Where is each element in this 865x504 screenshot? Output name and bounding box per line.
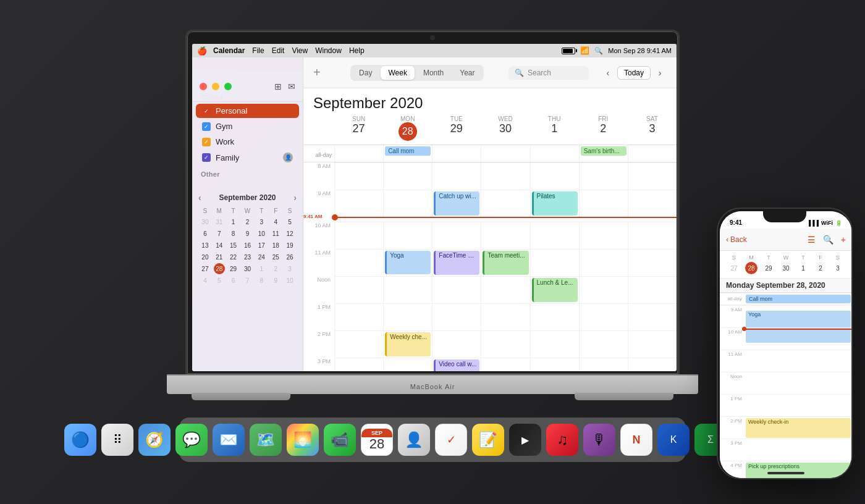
cell-sun-10[interactable]: [334, 222, 383, 249]
cell-tue-3[interactable]: Video call w...: [432, 358, 481, 371]
cell-thu-10[interactable]: [530, 222, 579, 249]
prev-week-button[interactable]: ‹: [601, 66, 615, 80]
dock-keynote[interactable]: K: [657, 424, 690, 456]
iphone-event-weeklycheckin[interactable]: Weekly check-in: [746, 418, 851, 438]
iphone-allday-event[interactable]: Call mom: [746, 295, 851, 303]
mini-cal-day[interactable]: 23: [242, 251, 253, 262]
mini-cal-day[interactable]: 31: [214, 216, 225, 227]
cell-tue-1[interactable]: [432, 303, 481, 330]
mini-cal-next[interactable]: ›: [293, 193, 297, 203]
mini-cal-day[interactable]: 12: [284, 228, 295, 239]
allday-event-sambday[interactable]: Sam's birth...: [581, 146, 627, 156]
mini-cal-day[interactable]: 5: [284, 216, 295, 227]
cell-tue-8[interactable]: [432, 162, 481, 190]
dock-facetime[interactable]: 📹: [324, 424, 356, 456]
dock-contacts[interactable]: 👤: [398, 424, 430, 456]
mini-cal-day[interactable]: 22: [228, 251, 239, 262]
mini-cal-day[interactable]: 8: [256, 275, 267, 286]
mini-cal-prev[interactable]: ‹: [198, 193, 201, 203]
dock-photos[interactable]: 🌅: [287, 424, 319, 456]
cell-fri-2[interactable]: [579, 330, 628, 358]
mini-cal-day[interactable]: 14: [214, 240, 225, 251]
mini-cal-day[interactable]: 30: [200, 216, 211, 227]
mini-cal-day[interactable]: 27: [200, 263, 211, 274]
cell-sun-11[interactable]: [334, 249, 383, 276]
mini-cal-day[interactable]: 10: [256, 228, 267, 239]
cell-mon-8[interactable]: [383, 162, 432, 190]
iphone-add-icon[interactable]: +: [841, 235, 846, 245]
event-yoga[interactable]: Yoga: [385, 251, 431, 274]
mini-cal-day[interactable]: 21: [214, 251, 225, 262]
view-day[interactable]: Day: [352, 66, 379, 80]
cell-tue-11[interactable]: FaceTime w...: [432, 249, 481, 276]
cell-sun-9[interactable]: [334, 190, 383, 217]
iphone-mini-day-3[interactable]: 3: [832, 262, 844, 274]
event-facetime[interactable]: FaceTime w...: [434, 251, 479, 275]
mini-cal-day[interactable]: 9: [242, 228, 253, 239]
calendar-work[interactable]: ✓ Work: [196, 135, 299, 149]
mini-cal-day[interactable]: 17: [256, 240, 267, 251]
calendar-gym[interactable]: ✓ Gym: [196, 119, 299, 133]
cell-tue-10[interactable]: [432, 222, 481, 249]
cell-fri-10[interactable]: [579, 222, 628, 249]
mini-cal-day[interactable]: 5: [214, 275, 225, 286]
day-header-thu[interactable]: Thu 1: [530, 114, 579, 142]
cell-thu-1[interactable]: [530, 303, 579, 330]
iphone-list-icon[interactable]: ☰: [808, 235, 816, 245]
view-week[interactable]: Week: [381, 66, 414, 80]
cell-sat-noon[interactable]: [628, 276, 677, 303]
iphone-time-grid[interactable]: 9 AM Yoga 10 AM 11 AM Noon: [720, 305, 852, 478]
mini-cal-day[interactable]: 9: [270, 275, 281, 286]
allday-event-callmom[interactable]: Call mom: [385, 146, 431, 156]
time-grid[interactable]: 8 AM 9 AM: [303, 162, 677, 371]
day-header-sat[interactable]: Sat 3: [628, 114, 677, 142]
menubar-view[interactable]: View: [292, 46, 308, 55]
mini-cal-day[interactable]: 13: [200, 240, 211, 251]
cell-sat-1[interactable]: [628, 303, 677, 330]
today-button[interactable]: Today: [617, 66, 651, 80]
menubar-app-name[interactable]: Calendar: [213, 46, 245, 55]
cell-tue-2[interactable]: [432, 330, 481, 358]
mini-cal-day[interactable]: 29: [228, 263, 239, 274]
mini-cal-day[interactable]: 1: [228, 216, 239, 227]
mini-cal-day[interactable]: 2: [270, 263, 281, 274]
cell-fri-11[interactable]: [579, 249, 628, 276]
cell-thu-2[interactable]: [530, 330, 579, 358]
dock-mail[interactable]: ✉️: [213, 424, 245, 456]
mini-cal-day[interactable]: 30: [242, 263, 253, 274]
day-header-tue[interactable]: Tue 29: [432, 114, 481, 142]
cell-mon-9[interactable]: [383, 190, 432, 217]
cell-mon-noon[interactable]: [383, 276, 432, 303]
cell-sat-10[interactable]: [628, 222, 677, 249]
iphone-mini-day-29[interactable]: 29: [762, 262, 775, 274]
cell-sun-1[interactable]: [334, 303, 383, 330]
iphone-search-icon[interactable]: 🔍: [823, 235, 833, 245]
mini-cal-day[interactable]: 10: [284, 275, 295, 286]
dock-appletv[interactable]: ▶: [509, 424, 541, 456]
view-month[interactable]: Month: [416, 66, 451, 80]
sidebar-panel-icon[interactable]: ⊞: [274, 82, 282, 91]
cell-sat-9[interactable]: [628, 190, 677, 217]
event-videocall[interactable]: Video call w...: [434, 359, 479, 371]
allday-fri[interactable]: Sam's birth...: [579, 145, 628, 162]
dock-finder[interactable]: 🔵: [64, 424, 96, 456]
calendar-personal[interactable]: ✓ Personal: [196, 104, 299, 118]
cell-sat-8[interactable]: [628, 162, 677, 190]
cell-sun-8[interactable]: [334, 162, 383, 190]
iphone-mini-day-2[interactable]: 2: [814, 262, 827, 274]
cell-wed-8[interactable]: [481, 162, 530, 190]
calendar-family[interactable]: ✓ Family 👤: [196, 150, 299, 165]
cell-fri-1[interactable]: [579, 303, 628, 330]
cell-wed-9[interactable]: [481, 190, 530, 217]
cell-mon-10[interactable]: [383, 222, 432, 249]
dock-news[interactable]: N: [620, 424, 652, 456]
mini-cal-day[interactable]: 4: [270, 216, 281, 227]
mini-cal-day[interactable]: 20: [200, 251, 211, 262]
cell-sun-3[interactable]: [334, 358, 383, 371]
mini-cal-day[interactable]: 3: [284, 263, 295, 274]
mini-cal-day[interactable]: 18: [270, 240, 281, 251]
apple-menu-icon[interactable]: 🍎: [197, 46, 207, 56]
cell-mon-2[interactable]: Weekly che...: [383, 330, 432, 358]
mini-cal-day[interactable]: 1: [256, 263, 267, 274]
cell-fri-3[interactable]: [579, 358, 628, 371]
